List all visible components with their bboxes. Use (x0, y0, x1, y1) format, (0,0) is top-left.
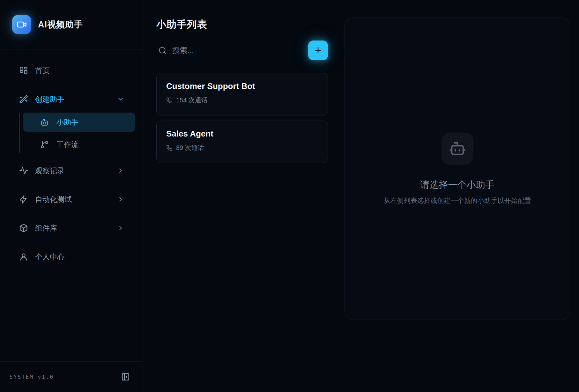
call-count-text: 89 次通话 (176, 144, 204, 152)
panel-left-close-icon (121, 373, 130, 381)
box-icon (19, 224, 28, 233)
sidebar-subgroup-create-assistant: 小助手 工作流 (19, 113, 135, 153)
sidebar-item-component-library[interactable]: 组件库 (8, 220, 135, 236)
add-assistant-button[interactable] (308, 41, 328, 60)
assistant-detail-panel: 请选择一个小助手 从左侧列表选择或创建一个新的小助手以开始配置 (345, 18, 570, 320)
dashboard-icon (19, 66, 28, 75)
workflow-icon (40, 140, 49, 149)
assistant-card[interactable]: Sales Agent 89 次通话 (156, 121, 328, 163)
wand-sparkles-icon (19, 95, 28, 104)
assistant-cards: Customer Support Bot 154 次通话 Sales Agent… (156, 73, 328, 163)
sidebar-item-assistants[interactable]: 小助手 (23, 113, 135, 132)
chevron-right-icon (117, 196, 124, 203)
bot-icon (40, 118, 49, 127)
sidebar-item-home[interactable]: 首页 (8, 62, 135, 79)
user-icon (19, 252, 28, 261)
sidebar-collapse-button[interactable] (121, 373, 130, 381)
search-icon (158, 46, 167, 55)
app-logo (12, 15, 31, 34)
sidebar-item-label: 首页 (35, 66, 124, 76)
sidebar-nav: 首页 创建助手 小助手 工作流 (0, 49, 143, 265)
plus-icon (313, 46, 323, 55)
chevron-right-icon (117, 225, 124, 232)
sidebar-item-profile[interactable]: 个人中心 (8, 248, 135, 265)
chevron-right-icon (117, 167, 124, 174)
empty-state-title: 请选择一个小助手 (420, 179, 494, 191)
sidebar-item-label: 自动化测试 (35, 195, 117, 204)
sidebar-item-label: 个人中心 (35, 252, 124, 262)
sidebar-footer: SYSTEM v1.0 (0, 361, 143, 392)
call-count-text: 154 次通话 (176, 96, 208, 105)
search-input[interactable] (172, 46, 308, 55)
sidebar-item-label: 观察记录 (35, 166, 117, 176)
assistant-list-panel: 小助手列表 Customer Support Bot 154 次通话 Sales… (156, 0, 328, 163)
sidebar-item-workflow[interactable]: 工作流 (23, 136, 135, 153)
app-header: AI视频助手 (0, 0, 143, 49)
zap-icon (19, 195, 28, 204)
assistant-name: Sales Agent (166, 129, 318, 139)
search-row (156, 41, 328, 60)
phone-icon (166, 145, 173, 151)
sidebar-item-automation-test[interactable]: 自动化测试 (8, 191, 135, 208)
assistant-card[interactable]: Customer Support Bot 154 次通话 (156, 73, 328, 115)
system-version: SYSTEM v1.0 (10, 374, 54, 380)
sidebar: AI视频助手 首页 创建助手 小助手 (0, 0, 143, 392)
activity-icon (19, 166, 28, 175)
empty-state-subtitle: 从左侧列表选择或创建一个新的小助手以开始配置 (384, 196, 531, 205)
assistant-call-count: 154 次通话 (166, 96, 318, 105)
bot-icon (449, 140, 466, 157)
empty-state: 请选择一个小助手 从左侧列表选择或创建一个新的小助手以开始配置 (384, 133, 531, 205)
assistant-name: Customer Support Bot (166, 81, 318, 91)
page-title: 小助手列表 (156, 18, 328, 31)
app-title: AI视频助手 (38, 19, 83, 30)
video-camera-icon (17, 19, 27, 30)
sidebar-item-observation[interactable]: 观察记录 (8, 162, 135, 179)
sidebar-item-create-assistant[interactable]: 创建助手 (8, 91, 135, 107)
sidebar-item-label: 组件库 (35, 223, 117, 233)
phone-icon (166, 97, 173, 104)
sidebar-item-label: 工作流 (56, 140, 78, 150)
sidebar-item-label: 创建助手 (35, 94, 117, 104)
sidebar-item-label: 小助手 (56, 117, 78, 127)
assistant-call-count: 89 次通话 (166, 144, 318, 152)
empty-state-tile (442, 133, 473, 165)
chevron-down-icon (117, 96, 124, 103)
